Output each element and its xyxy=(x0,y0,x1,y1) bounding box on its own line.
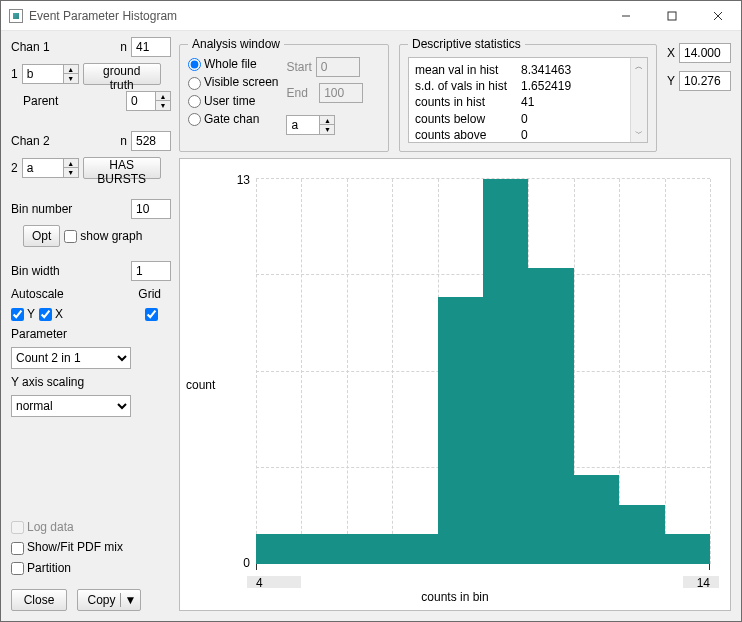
grid-check[interactable] xyxy=(145,307,161,321)
bar xyxy=(256,534,301,564)
x-tick-max: 14 xyxy=(697,576,710,590)
bar xyxy=(574,475,619,564)
histogram-chart[interactable]: 13 0 count 4 14 counts in bin xyxy=(179,158,731,611)
close-window-button[interactable] xyxy=(695,1,741,31)
y-readout-label: Y xyxy=(667,74,675,88)
chan1-index: 1 xyxy=(11,67,18,81)
autoscale-label: Autoscale xyxy=(11,287,64,301)
bar xyxy=(301,534,346,564)
y-tick-min: 0 xyxy=(243,556,250,570)
gate-chan-radio[interactable]: Gate chan xyxy=(188,112,278,126)
maximize-button[interactable] xyxy=(649,1,695,31)
chan1-n-input[interactable] xyxy=(131,37,171,57)
analysis-window-group: Analysis window Whole file Visible scree… xyxy=(179,37,389,152)
parent-label: Parent xyxy=(23,94,58,108)
chan1-desc-button[interactable]: ground truth xyxy=(83,63,161,85)
x-label: X xyxy=(55,307,63,321)
spin-down-icon[interactable]: ▼ xyxy=(63,168,79,178)
partition-label: Partition xyxy=(27,561,71,575)
chan2-spin[interactable]: ▲▼ xyxy=(22,158,79,178)
chan2-index: 2 xyxy=(11,161,18,175)
titlebar: Event Parameter Histogram xyxy=(1,1,741,31)
yscale-select[interactable]: normal xyxy=(11,395,131,417)
showfit-check[interactable]: Show/Fit PDF mix xyxy=(11,540,123,554)
gate-chan-input[interactable] xyxy=(286,115,320,135)
show-graph-check[interactable]: show graph xyxy=(64,229,142,243)
bar xyxy=(528,268,573,564)
scroll-down-icon[interactable]: ﹀ xyxy=(630,125,647,142)
log-data-check[interactable]: Log data xyxy=(11,520,74,534)
show-graph-label: show graph xyxy=(80,229,142,243)
scroll-thumb[interactable] xyxy=(631,85,646,115)
parent-input[interactable] xyxy=(126,91,156,111)
visible-screen-label: Visible screen xyxy=(204,75,278,89)
bar xyxy=(483,179,528,564)
user-time-radio[interactable]: User time xyxy=(188,94,278,108)
app-icon xyxy=(9,9,23,23)
y-label: Y xyxy=(27,307,35,321)
showfit-label: Show/Fit PDF mix xyxy=(27,540,123,554)
stats-box: mean val in hist8.341463 s.d. of vals in… xyxy=(408,57,648,143)
chan1-label: Chan 1 xyxy=(11,40,50,54)
opt-button[interactable]: Opt xyxy=(23,225,60,247)
autoscale-x-check[interactable]: X xyxy=(39,307,63,321)
gate-chan-spin[interactable]: ▲▼ xyxy=(286,115,363,135)
spin-up-icon[interactable]: ▲ xyxy=(319,115,335,125)
table-row: s.d. of vals in hist1.652419 xyxy=(415,78,585,94)
bar xyxy=(665,534,710,564)
bar xyxy=(347,534,392,564)
y-axis-label: count xyxy=(186,378,215,392)
spin-up-icon[interactable]: ▲ xyxy=(63,64,79,74)
log-data-label: Log data xyxy=(27,520,74,534)
parent-spin[interactable]: ▲▼ xyxy=(126,91,171,111)
bar xyxy=(619,505,664,564)
descriptive-statistics-group: Descriptive statistics mean val in hist8… xyxy=(399,37,657,152)
bin-number-label: Bin number xyxy=(11,202,72,216)
partition-check[interactable]: Partition xyxy=(11,561,71,575)
y-readout xyxy=(679,71,731,91)
spin-up-icon[interactable]: ▲ xyxy=(63,158,79,168)
svg-rect-1 xyxy=(668,12,676,20)
chan2-label: Chan 2 xyxy=(11,134,50,148)
spin-down-icon[interactable]: ▼ xyxy=(63,74,79,84)
bin-width-label: Bin width xyxy=(11,264,60,278)
stats-table: mean val in hist8.341463 s.d. of vals in… xyxy=(415,62,585,143)
analysis-legend: Analysis window xyxy=(188,37,284,51)
x-readout xyxy=(679,43,731,63)
spin-down-icon[interactable]: ▼ xyxy=(155,101,171,111)
spin-up-icon[interactable]: ▲ xyxy=(155,91,171,101)
chan1-val[interactable] xyxy=(22,64,64,84)
scrollbar[interactable]: ︿ ﹀ xyxy=(630,58,647,142)
y-tick-max: 13 xyxy=(237,173,250,187)
whole-file-label: Whole file xyxy=(204,57,257,71)
copy-button[interactable]: Copy▼ xyxy=(77,589,141,611)
x-tick-min: 4 xyxy=(256,576,263,590)
parameter-label: Parameter xyxy=(11,327,67,341)
whole-file-radio[interactable]: Whole file xyxy=(188,57,278,71)
window-title: Event Parameter Histogram xyxy=(29,9,177,23)
chan1-spin[interactable]: ▲▼ xyxy=(22,64,79,84)
x-axis-label: counts in bin xyxy=(421,590,488,604)
close-button[interactable]: Close xyxy=(11,589,67,611)
parameter-select[interactable]: Count 2 in 1 xyxy=(11,347,131,369)
end-label: End xyxy=(286,86,307,100)
end-input xyxy=(319,83,363,103)
minimize-button[interactable] xyxy=(603,1,649,31)
chan2-n-input[interactable] xyxy=(131,131,171,151)
autoscale-y-check[interactable]: Y xyxy=(11,307,35,321)
bin-width-input[interactable] xyxy=(131,261,171,281)
table-row: mean val in hist8.341463 xyxy=(415,62,585,78)
grid-label: Grid xyxy=(138,287,161,301)
chan2-val[interactable] xyxy=(22,158,64,178)
yscale-label: Y axis scaling xyxy=(11,375,84,389)
bar xyxy=(392,534,437,564)
start-label: Start xyxy=(286,60,311,74)
bin-number-input[interactable] xyxy=(131,199,171,219)
visible-screen-radio[interactable]: Visible screen xyxy=(188,75,278,89)
user-time-label: User time xyxy=(204,94,255,108)
scroll-up-icon[interactable]: ︿ xyxy=(630,58,647,75)
spin-down-icon[interactable]: ▼ xyxy=(319,125,335,135)
x-readout-label: X xyxy=(667,46,675,60)
chan2-desc-button[interactable]: HAS BURSTS xyxy=(83,157,161,179)
table-row: counts in hist41 xyxy=(415,94,585,110)
